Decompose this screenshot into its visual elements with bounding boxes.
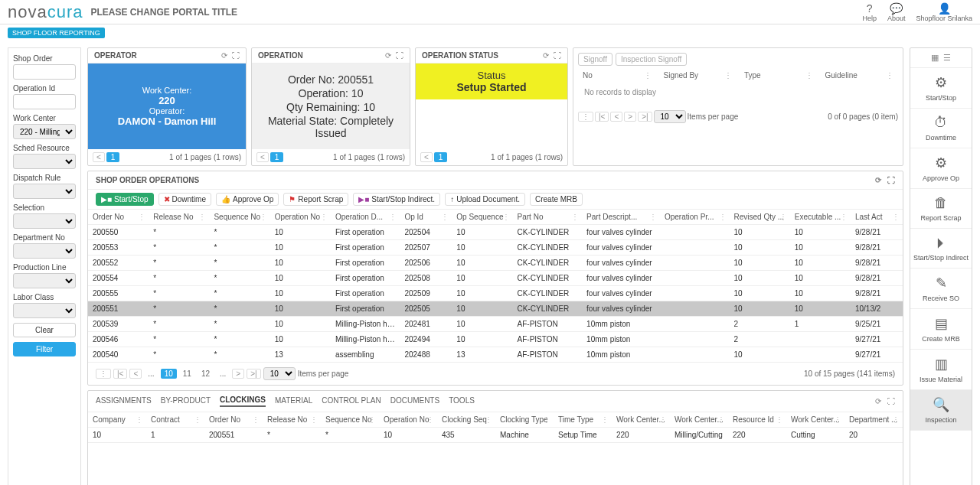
expand-icon[interactable]: ⛶: [232, 51, 240, 60]
help-button[interactable]: ?Help: [862, 2, 877, 22]
downtime-button[interactable]: ✖Downtime: [158, 193, 211, 206]
tab-documents[interactable]: DOCUMENTS: [390, 396, 439, 406]
tab-control-plan[interactable]: CONTROL PLAN: [322, 396, 381, 406]
col-part-no[interactable]: Part No⋮: [513, 210, 583, 225]
shop-order-input[interactable]: [13, 64, 76, 80]
page-tag[interactable]: SHOP FLOOR REPORTING: [8, 28, 105, 38]
table-row[interactable]: 200555**10First operation20250910CK-CYLI…: [88, 286, 903, 301]
first-page[interactable]: |<: [113, 369, 127, 379]
action-issue-material[interactable]: ▥Issue Material: [910, 350, 972, 390]
col-clocking-type[interactable]: Clocking Type⋮: [495, 412, 554, 428]
col-op-id[interactable]: Op Id⋮: [400, 210, 452, 225]
expand-icon[interactable]: ⛶: [887, 176, 895, 184]
col-operation-pr-[interactable]: Operation Pr...⋮: [660, 210, 730, 225]
refresh-icon[interactable]: ⟳: [875, 176, 881, 184]
action-inspection[interactable]: 🔍Inspection: [910, 390, 972, 431]
page-dots2[interactable]: ...: [216, 369, 230, 379]
col-type[interactable]: Type⋮: [740, 69, 818, 82]
prev-page[interactable]: <: [610, 112, 622, 122]
production-line-select[interactable]: [13, 273, 76, 288]
start-stop-indirect-button[interactable]: ▶■Start/Stop Indirect.: [353, 193, 440, 206]
col-clocking-seq[interactable]: Clocking Seq⋮: [437, 412, 495, 428]
table-row[interactable]: 200546**10Milling-Piston head20249410AF-…: [88, 332, 903, 347]
col-signed-by[interactable]: Signed By⋮: [659, 69, 737, 82]
next-page[interactable]: >: [232, 369, 244, 379]
selection-select[interactable]: [13, 213, 76, 229]
col-order-no[interactable]: Order No⋮: [88, 210, 149, 225]
page-dots[interactable]: ...: [144, 369, 158, 379]
col-operation-no[interactable]: Operation No⋮: [379, 412, 437, 428]
labor-class-select[interactable]: [13, 303, 76, 318]
action-report-scrap[interactable]: 🗑Report Scrap: [910, 189, 972, 229]
prev-page[interactable]: <: [93, 152, 105, 162]
upload-document-button[interactable]: ↑Upload Document.: [445, 193, 525, 206]
page-1[interactable]: 1: [434, 152, 448, 162]
col-order-no[interactable]: Order No⋮: [204, 412, 263, 428]
tab-clockings[interactable]: CLOCKINGS: [220, 395, 266, 407]
col-operation-d-[interactable]: Operation D...⋮: [331, 210, 400, 225]
expand-icon[interactable]: ⛶: [554, 51, 561, 60]
refresh-icon[interactable]: ⟳: [221, 51, 227, 60]
work-center-select[interactable]: 220 - Milling/C...: [13, 124, 76, 139]
refresh-icon[interactable]: ⟳: [543, 51, 549, 60]
table-row[interactable]: 200540**13assembling20248813AF-PISTON10m…: [88, 347, 903, 363]
col-company[interactable]: Company⋮: [88, 412, 146, 428]
table-row[interactable]: 200539**10Milling-Piston head20248110AF-…: [88, 317, 903, 332]
table-row[interactable]: 200551**10First operation20250510CK-CYLI…: [88, 301, 903, 317]
page-12[interactable]: 12: [198, 369, 214, 379]
table-row[interactable]: 101200551**10435MachineSetup Time220Mill…: [88, 428, 903, 443]
table-row[interactable]: 200554**10First operation20250810CK-CYLI…: [88, 271, 903, 286]
clear-button[interactable]: Clear: [13, 323, 76, 337]
user-menu[interactable]: 👤Shopfloor Srilanka: [916, 2, 972, 22]
page-10[interactable]: 10: [161, 369, 177, 379]
col-contract[interactable]: Contract⋮: [146, 412, 204, 428]
expand-icon[interactable]: ⛶: [887, 397, 895, 405]
col-department-[interactable]: Department ...⋮: [844, 412, 903, 428]
list-view-icon[interactable]: ☰: [943, 53, 951, 63]
next-page[interactable]: >: [624, 112, 636, 122]
col-operation-no[interactable]: Operation No⋮: [270, 210, 331, 225]
items-per-page-select[interactable]: 10: [654, 110, 686, 123]
action-receive-so[interactable]: ✎Receive SO: [910, 269, 972, 309]
grid-view-icon[interactable]: ▦: [931, 53, 939, 63]
table-row[interactable]: 200553**10First operation20250710CK-CYLI…: [88, 240, 903, 256]
menu-btn[interactable]: ⋮: [96, 369, 111, 379]
table-row[interactable]: 200552**10First operation20250610CK-CYLI…: [88, 256, 903, 271]
action-start-stop-indirect[interactable]: ⏵Start/Stop Indirect: [910, 229, 972, 269]
page-1[interactable]: 1: [270, 152, 284, 162]
operation-id-input[interactable]: [13, 94, 76, 109]
refresh-icon[interactable]: ⟳: [385, 51, 391, 60]
expand-icon[interactable]: ⛶: [396, 51, 403, 60]
last-page[interactable]: >|: [247, 369, 260, 379]
col-work-center-[interactable]: Work Center...⋮: [670, 412, 728, 428]
col-op-sequence[interactable]: Op Sequence⋮: [452, 210, 512, 225]
action-approve-op[interactable]: ⚙Approve Op: [910, 148, 972, 189]
items-per-page-select[interactable]: 10: [263, 367, 296, 380]
start-stop-button[interactable]: ▶■Start/Stop: [96, 193, 154, 206]
col-work-center-[interactable]: Work Center...⋮: [786, 412, 844, 428]
prev-page[interactable]: <: [129, 369, 142, 379]
page-11[interactable]: 11: [179, 369, 195, 379]
signoff-button[interactable]: Signoff: [578, 53, 612, 66]
col-release-no[interactable]: Release No⋮: [149, 210, 209, 225]
prev-page[interactable]: <: [256, 152, 269, 162]
col-revised-qty-[interactable]: Revised Qty ...⋮: [730, 210, 790, 225]
col-guideline[interactable]: Guideline⋮: [821, 69, 899, 82]
col-executable-[interactable]: Executable ...⋮: [790, 210, 851, 225]
create-mrb-button[interactable]: Create MRB: [530, 193, 583, 206]
col-time-type[interactable]: Time Type⋮: [554, 412, 612, 428]
filter-button[interactable]: Filter: [13, 342, 76, 356]
sched-resource-select[interactable]: [13, 154, 76, 169]
tab-tools[interactable]: TOOLS: [449, 396, 475, 406]
col-no[interactable]: No⋮: [578, 69, 656, 82]
col-release-no[interactable]: Release No⋮: [263, 412, 321, 428]
col-work-center-[interactable]: Work Center...⋮: [612, 412, 670, 428]
col-part-descript-[interactable]: Part Descript...⋮: [582, 210, 660, 225]
last-page[interactable]: >|: [638, 112, 652, 122]
first-page[interactable]: |<: [595, 112, 609, 122]
col-resource-id[interactable]: Resource Id⋮: [728, 412, 786, 428]
table-row[interactable]: 200550**10First operation20250410CK-CYLI…: [88, 225, 903, 240]
page-1[interactable]: 1: [106, 152, 120, 162]
menu-btn[interactable]: ⋮: [578, 112, 593, 122]
about-button[interactable]: 💬About: [887, 2, 906, 22]
